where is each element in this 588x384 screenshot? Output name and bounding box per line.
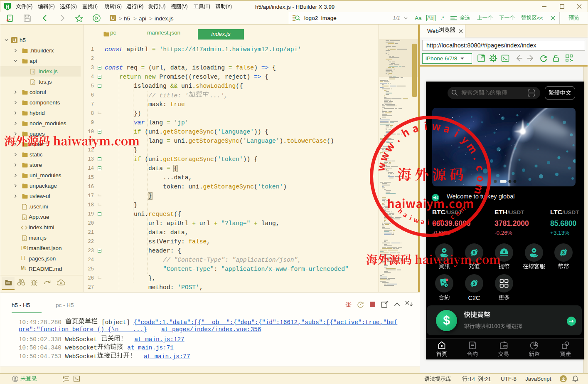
svg-text:$: $ bbox=[473, 281, 475, 286]
svg-text:$: $ bbox=[473, 250, 475, 255]
svg-text:J: J bbox=[24, 237, 25, 240]
svg-text:$: $ bbox=[562, 250, 565, 255]
svg-text:V: V bbox=[23, 216, 25, 220]
svg-text:J: J bbox=[32, 81, 34, 84]
svg-text:J: J bbox=[32, 70, 34, 74]
